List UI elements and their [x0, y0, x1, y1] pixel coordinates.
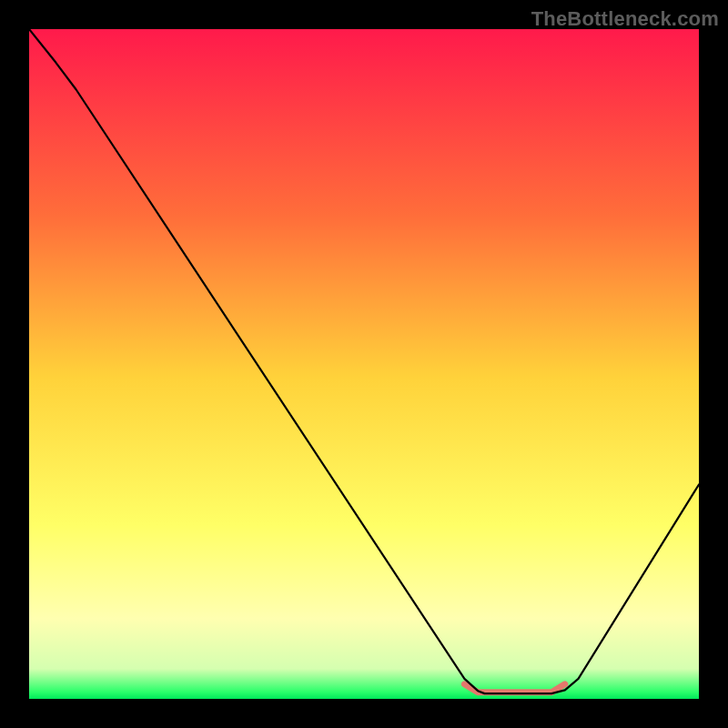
gradient-background: [29, 29, 699, 699]
bottleneck-chart: [29, 29, 699, 699]
watermark-text: TheBottleneck.com: [531, 7, 719, 31]
chart-frame: [29, 29, 699, 699]
